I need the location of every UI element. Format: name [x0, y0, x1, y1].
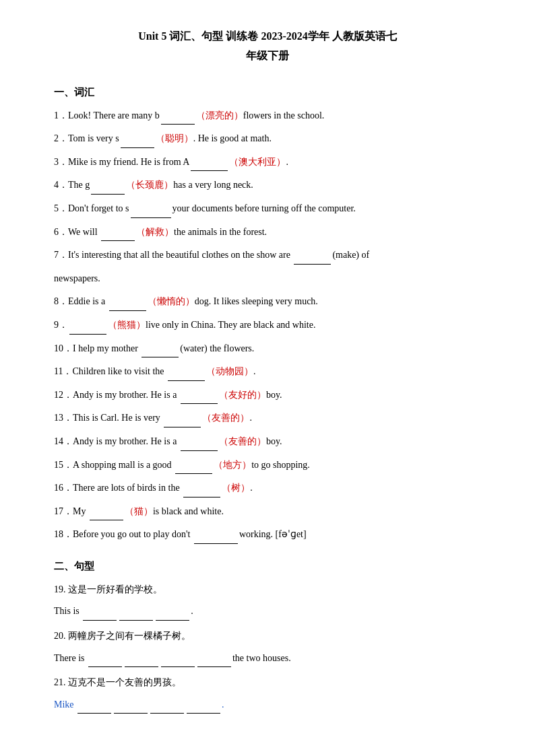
- q18-num: 18．Before you go out to play don't worki…: [54, 529, 307, 539]
- question-13: 13．This is Carl. He is very （友善的）.: [54, 409, 481, 427]
- question-4: 4．The g（长颈鹿）has a very long neck.: [54, 176, 481, 195]
- q14-num: 14．Andy is my brother. He is a （友善的）boy.: [54, 436, 282, 446]
- q8-num: 8．Eddie is a （懒惰的）dog. It likes sleeping…: [54, 296, 318, 306]
- question-3: 3．Mike is my friend. He is from A（澳大利亚）.: [54, 153, 481, 172]
- q5-num: 5．Don't forget to syour documents before…: [54, 203, 356, 213]
- question-20-english: There is the two houses.: [54, 650, 481, 668]
- title-line1: Unit 5 词汇、句型 训练卷 2023-2024学年 人教版英语七: [54, 27, 481, 46]
- question-21-chinese: 21. 迈克不是一个友善的男孩。: [54, 674, 481, 692]
- question-10: 10．I help my mother (water) the flowers.: [54, 340, 481, 358]
- q7-num: 7．It's interesting that all the beautifu…: [54, 250, 369, 260]
- question-2: 2．Tom is very s（聪明）. He is good at math.: [54, 130, 481, 148]
- question-1: 1．Look! There are many b（漂亮的）flowers in …: [54, 107, 481, 125]
- question-20-chinese: 20. 两幢房子之间有一棵橘子树。: [54, 627, 481, 646]
- question-12: 12．Andy is my brother. He is a （友好的）boy.: [54, 386, 481, 405]
- question-21-english: Mike .: [54, 696, 481, 714]
- question-8: 8．Eddie is a （懒惰的）dog. It likes sleeping…: [54, 293, 481, 311]
- q15-num: 15．A shopping mall is a good （地方）to go s…: [54, 460, 310, 470]
- page-title: Unit 5 词汇、句型 训练卷 2023-2024学年 人教版英语七 年级下册: [54, 27, 481, 66]
- q16-num: 16．There are lots of birds in the （树）.: [54, 483, 253, 493]
- q17-num: 17．My （猫）is black and white.: [54, 506, 224, 516]
- section1: 一、词汇 1．Look! There are many b（漂亮的）flower…: [54, 86, 481, 544]
- question-11: 11．Children like to visit the （动物园）.: [54, 363, 481, 381]
- q12-num: 12．Andy is my brother. He is a （友好的）boy.: [54, 390, 282, 400]
- question-16: 16．There are lots of birds in the （树）.: [54, 479, 481, 497]
- question-14: 14．Andy is my brother. He is a （友善的）boy.: [54, 433, 481, 451]
- section2-title: 二、句型: [54, 560, 481, 573]
- q1-num: 1．Look! There are many b（漂亮的）flowers in …: [54, 110, 324, 121]
- section1-title: 一、词汇: [54, 86, 481, 99]
- question-19-english: This is .: [54, 603, 481, 621]
- q11-num: 11．Children like to visit the （动物园）.: [54, 366, 256, 376]
- question-7-continuation: newspapers.: [54, 270, 481, 288]
- q4-num: 4．The g（长颈鹿）has a very long neck.: [54, 180, 253, 190]
- question-15: 15．A shopping mall is a good （地方）to go s…: [54, 456, 481, 475]
- question-6: 6．We will （解救）the animals in the forest.: [54, 224, 481, 242]
- q2-num: 2．Tom is very s（聪明）. He is good at math.: [54, 133, 272, 143]
- question-5: 5．Don't forget to syour documents before…: [54, 200, 481, 218]
- question-17: 17．My （猫）is black and white.: [54, 503, 481, 521]
- question-18: 18．Before you go out to play don't worki…: [54, 526, 481, 544]
- question-19-chinese: 19. 这是一所好看的学校。: [54, 581, 481, 599]
- question-9: 9．（熊猫）live only in China. They are black…: [54, 316, 481, 335]
- section2: 二、句型 19. 这是一所好看的学校。 This is . 20. 两幢房子之间…: [54, 560, 481, 714]
- title-line2: 年级下册: [54, 46, 481, 66]
- question-7: 7．It's interesting that all the beautifu…: [54, 246, 481, 265]
- q3-num: 3．Mike is my friend. He is from A（澳大利亚）.: [54, 157, 288, 167]
- q10-num: 10．I help my mother (water) the flowers.: [54, 343, 254, 353]
- q13-num: 13．This is Carl. He is very （友善的）.: [54, 413, 252, 423]
- q6-num: 6．We will （解救）the animals in the forest.: [54, 227, 267, 237]
- q9-num: 9．（熊猫）live only in China. They are black…: [54, 320, 315, 330]
